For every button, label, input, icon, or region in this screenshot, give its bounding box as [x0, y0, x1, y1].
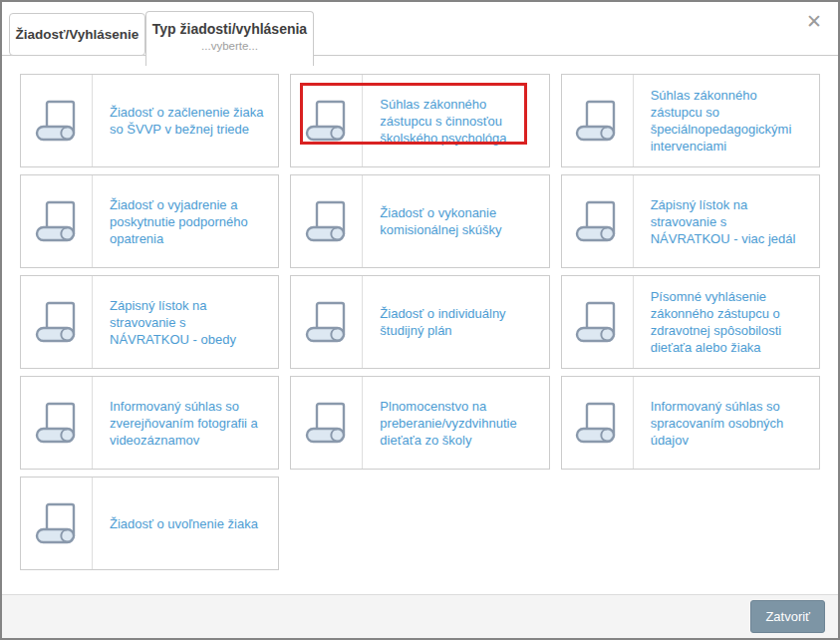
request-type-label: Žiadosť o individuálny študijný plán: [363, 276, 548, 368]
close-icon[interactable]: ✕: [806, 12, 822, 31]
document-scroll-icon: [21, 377, 93, 469]
card-zaclenenie-ziaka[interactable]: Žiadosť o začlenenie žiaka so ŠVVP v bež…: [20, 74, 279, 167]
tab-ziadost-vyhlasenie[interactable]: Žiadosť/Vyhlásenie: [9, 13, 145, 56]
document-scroll-icon: [562, 276, 634, 368]
document-scroll-icon: [291, 377, 363, 469]
request-type-label: Súhlas zákonného zástupcu so špeciálnope…: [634, 75, 819, 166]
card-komisionalna-skuska[interactable]: Žiadosť o vykonanie komisionálnej skúšky: [290, 174, 549, 268]
document-scroll-icon: [562, 175, 634, 267]
card-stravovanie-viac-jedal[interactable]: Zápisný lístok na stravovanie s NÁVRATKO…: [561, 174, 820, 268]
document-scroll-icon: [21, 175, 93, 267]
request-type-grid: Žiadosť o začlenenie žiaka so ŠVVP v bež…: [2, 65, 838, 570]
dialog-footer: Zatvoriť: [2, 594, 838, 638]
card-individualny-plan[interactable]: Žiadosť o individuálny študijný plán: [290, 275, 549, 369]
request-type-label: Informovaný súhlas so zverejňovaním foto…: [93, 377, 278, 469]
document-scroll-icon: [21, 276, 93, 368]
request-type-label: Žiadosť o začlenenie žiaka so ŠVVP v bež…: [93, 75, 278, 166]
request-type-label: Žiadosť o uvoľnenie žiaka: [93, 478, 278, 569]
tab-subtitle: ...vyberte...: [146, 40, 313, 52]
document-scroll-icon: [291, 276, 363, 368]
request-type-dialog: Žiadosť/Vyhlásenie Typ žiadosti/vyhlásen…: [0, 0, 840, 640]
card-zdravotna-sposobilost[interactable]: Písomné vyhlásenie zákonného zástupcu o …: [561, 275, 820, 369]
card-osobne-udaje[interactable]: Informovaný súhlas so spracovaním osobný…: [561, 376, 820, 470]
request-type-label: Písomné vyhlásenie zákonného zástupcu o …: [634, 276, 819, 368]
document-scroll-icon: [562, 75, 634, 166]
card-uvolnenie-ziaka[interactable]: Žiadosť o uvoľnenie žiaka: [20, 477, 279, 570]
zatvorit-button[interactable]: Zatvoriť: [750, 600, 825, 633]
request-type-label: Žiadosť o vyjadrenie a poskytnutie podpo…: [93, 175, 278, 267]
request-type-label: Informovaný súhlas so spracovaním osobný…: [634, 377, 819, 469]
document-scroll-icon: [291, 175, 363, 267]
card-stravovanie-obedy[interactable]: Zápisný lístok na stravovanie s NÁVRATKO…: [20, 275, 279, 369]
dialog-header: Žiadosť/Vyhlásenie Typ žiadosti/vyhlásen…: [2, 2, 838, 65]
tab-typ-ziadosti[interactable]: Typ žiadosti/vyhlásenia ...vyberte...: [145, 11, 314, 66]
card-fotografie-videozaznamy[interactable]: Informovaný súhlas so zverejňovaním foto…: [20, 376, 279, 470]
card-plnomocenstvo[interactable]: Plnomocenstvo na preberanie/vyzdvihnutie…: [290, 376, 549, 470]
request-type-label: Súhlas zákonného zástupcu s činnosťou šk…: [363, 75, 548, 166]
document-scroll-icon: [291, 75, 363, 166]
document-scroll-icon: [21, 478, 93, 569]
document-scroll-icon: [21, 75, 93, 166]
request-type-label: Zápisný lístok na stravovanie s NÁVRATKO…: [634, 175, 819, 267]
tab-title: Typ žiadosti/vyhlásenia: [146, 21, 313, 37]
request-type-label: Žiadosť o vykonanie komisionálnej skúšky: [363, 175, 548, 267]
card-suhlas-psycholog[interactable]: Súhlas zákonného zástupcu s činnosťou šk…: [290, 74, 549, 167]
request-type-label: Zápisný lístok na stravovanie s NÁVRATKO…: [93, 276, 278, 368]
card-suhlas-specialnopedagogicke[interactable]: Súhlas zákonného zástupcu so špeciálnope…: [561, 74, 820, 167]
document-scroll-icon: [562, 377, 634, 469]
card-podporne-opatrenie[interactable]: Žiadosť o vyjadrenie a poskytnutie podpo…: [20, 174, 279, 268]
request-type-label: Plnomocenstvo na preberanie/vyzdvihnutie…: [363, 377, 548, 469]
